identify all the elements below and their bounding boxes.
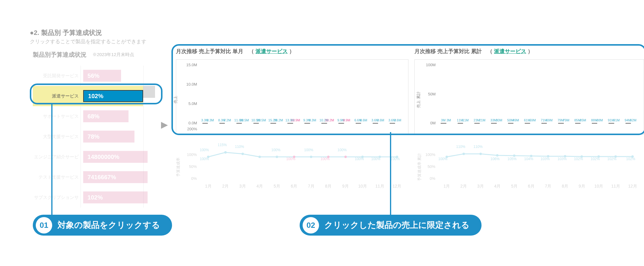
bar-chart[interactable]: 売上 累計 100M50M0M 3M3M11M11M23M21M33M30M50… [414,59,644,134]
product-bar: 78% [83,131,134,143]
product-bar: 102% [83,191,148,203]
y-ticks: 15.0M10.0M5.0M0.0M200% [184,60,197,134]
section-title: ●2. 製品別 予算達成状況 [30,28,102,37]
svg-point-1 [224,151,227,154]
product-row[interactable]: エンジニア紹介サービ14800000% [33,147,143,167]
product-label: 派遣サービス [33,93,83,99]
monthly-single-chart: 月次推移 売上予算対比 単月 （ 派遣サービス ） 売上 15.0M10.0M5… [176,48,408,191]
section-subtitle: クリックすることで製品を指定することができます [30,38,146,45]
svg-point-6 [310,156,312,158]
y-ticks: 100%50%0% [183,137,197,191]
product-bar: 7416667% [83,171,148,183]
product-table: 受託開発サービス56%派遣サービス102%サポートサービス68%大型支援サービス… [33,66,143,208]
filter-link[interactable]: 派遣サービス [256,48,288,54]
chart-title: 月次推移 売上予算対比 累計 （ 派遣サービス ） [414,48,644,55]
y-axis-label: 売上 累計 [416,91,421,108]
x-labels: 1月2月3月4月5月6月7月8月9月10月11月12月 [438,184,641,191]
product-label: サブスクリプションサ [33,195,83,200]
product-bar: 56% [83,70,121,82]
product-label: 大型支援サービス [33,134,83,140]
product-bar: 102% [83,90,143,102]
product-table-title: 製品別予算達成状況 [33,51,86,59]
callout-text: 対象の製品をクリックする [58,219,160,231]
y-axis-label: 予算達成率 [176,157,181,177]
callout-2: 02クリックした製品の売上に限定される [300,215,482,236]
product-row[interactable]: 受託開発サービス56% [33,66,143,86]
rate-line-chart[interactable]: 予算達成率 累計 100%50%0% 100%110%110% 106%105%… [414,137,644,191]
y-ticks: 100%50%0% [422,137,435,191]
chart-title: 月次推移 売上予算対比 単月 （ 派遣サービス ） [176,48,408,55]
connector-line [51,103,52,224]
svg-point-8 [344,156,347,158]
svg-point-16 [513,154,515,157]
bar-chart[interactable]: 売上 15.0M10.0M5.0M0.0M200% 3.3M3.3M8.3M7.… [176,59,408,134]
product-label: 受託開発サービス [33,73,83,79]
product-label: エンジニア紹介サービ [33,154,83,160]
svg-point-15 [496,154,499,157]
svg-point-14 [479,153,482,155]
product-label: テスト支援サービス [33,174,83,180]
product-table-note: ※2023年12月末時点 [92,52,134,58]
callout-num: 01 [36,217,52,233]
x-labels: 1月2月3月4月5月6月7月8月9月10月11月12月 [200,184,405,191]
product-bar: 68% [83,110,129,122]
callout-1: 01対象の製品をクリックする [33,215,172,236]
svg-point-2 [242,153,244,155]
product-row[interactable]: サブスクリプションサ102% [33,187,143,208]
product-row[interactable]: サポートサービス68% [33,106,143,126]
rate-line-chart[interactable]: 予算達成率 100%50%0% 100%115%110% 100%100%100… [176,137,408,191]
product-bar: 14800000% [83,151,148,163]
y-ticks: 100M50M0M [422,60,436,134]
product-label: サポートサービス [33,114,83,119]
connector-line [390,132,391,224]
svg-point-4 [276,156,278,158]
y-axis-label: 売上 [173,96,178,103]
product-row[interactable]: 派遣サービス102% [33,86,143,106]
callout-text: クリックした製品の売上に限定される [324,219,470,231]
svg-point-3 [258,156,261,158]
arrow-icon: ▶ [161,119,168,130]
callout-num: 02 [303,217,319,233]
overflow-bar [143,86,155,98]
monthly-cumulative-chart: 月次推移 売上予算対比 累計 （ 派遣サービス ） 売上 累計 100M50M0… [414,48,644,191]
y-axis-label: 予算達成率 累計 [417,153,422,181]
svg-point-13 [462,153,465,155]
product-row[interactable]: テスト支援サービス7416667% [33,167,143,187]
product-row[interactable]: 大型支援サービス78% [33,126,143,147]
filter-link[interactable]: 派遣サービス [494,48,526,54]
